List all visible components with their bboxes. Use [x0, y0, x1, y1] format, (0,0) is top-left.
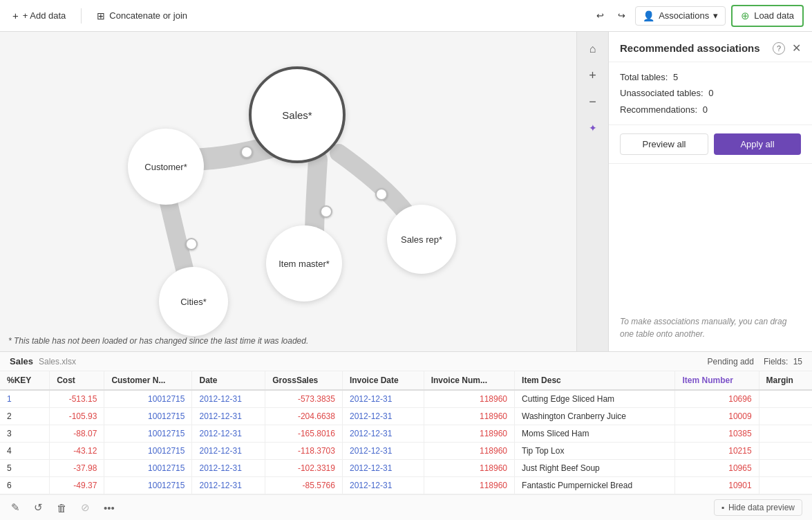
- cell-margin: [759, 425, 812, 443]
- delete-icon: 🗑: [57, 502, 67, 514]
- zoom-in-button[interactable]: +: [581, 64, 605, 87]
- node-item-master[interactable]: Item master*: [266, 225, 342, 301]
- disabled-icon: ⊘: [81, 501, 90, 513]
- table-row: 1 -513.15 10012715 2012-12-31 -573.3835 …: [0, 390, 812, 408]
- hide-preview-button[interactable]: ▪ Hide data preview: [714, 499, 802, 516]
- node-cities[interactable]: Cities*: [159, 267, 228, 336]
- refresh-icon: ↺: [34, 501, 43, 513]
- cell-key: 1: [0, 390, 50, 408]
- refresh-button[interactable]: ↺: [32, 500, 44, 515]
- col-invoice-num: Invoice Num...: [424, 371, 514, 390]
- cell-cost: -105.93: [50, 408, 104, 425]
- add-data-label: + Add data: [23, 10, 66, 21]
- associations-button[interactable]: 👤 Associations ▾: [635, 6, 726, 26]
- preview-all-label: Preview all: [643, 139, 686, 149]
- help-icon: ?: [773, 42, 785, 55]
- table-body: 1 -513.15 10012715 2012-12-31 -573.3835 …: [0, 390, 812, 494]
- delete-button[interactable]: 🗑: [55, 501, 68, 515]
- connector-dot: [185, 238, 198, 250]
- cell-invoice-num: 118960: [424, 425, 514, 443]
- cell-key: 2: [0, 408, 50, 425]
- cell-invoice-date: 2012-12-31: [342, 477, 424, 494]
- home-tool-button[interactable]: ⌂: [581, 37, 605, 61]
- cell-date: 2012-12-31: [192, 443, 265, 460]
- col-gross-sales: GrossSales: [265, 371, 343, 390]
- main-toolbar: + + Add data ⊞ Concatenate or join ↩ ↪ 👤…: [0, 0, 812, 32]
- cell-customer-n: 10012715: [104, 460, 192, 477]
- zoom-out-icon: −: [589, 95, 596, 109]
- preview-header: Sales Sales.xlsx Pending add Fields: 15: [0, 352, 812, 371]
- cell-invoice-num: 118960: [424, 443, 514, 460]
- toolbar-right: ↩ ↪ 👤 Associations ▾ ⊕ Load data: [592, 5, 804, 27]
- col-invoice-date: Invoice Date: [342, 371, 424, 390]
- cell-invoice-date: 2012-12-31: [342, 443, 424, 460]
- magic-icon: ✦: [589, 122, 597, 133]
- col-item-number: Item Number: [675, 371, 759, 390]
- table-row: 5 -37.98 10012715 2012-12-31 -102.3319 2…: [0, 460, 812, 477]
- canvas-area[interactable]: Sales* Customer* Item master* Sales rep*…: [0, 32, 608, 351]
- cell-item-number: 10009: [675, 408, 759, 425]
- load-data-icon: ⊕: [741, 10, 750, 22]
- cell-date: 2012-12-31: [192, 460, 265, 477]
- add-data-button[interactable]: + + Add data: [8, 7, 70, 24]
- more-options-button[interactable]: •••: [102, 501, 116, 515]
- cell-date: 2012-12-31: [192, 477, 265, 494]
- table-row: 2 -105.93 10012715 2012-12-31 -204.6638 …: [0, 408, 812, 425]
- node-item-master-label: Item master*: [278, 259, 330, 269]
- monitor-icon: ▪: [721, 503, 724, 512]
- zoom-in-icon: +: [589, 68, 596, 83]
- cell-margin: [759, 443, 812, 460]
- zoom-out-button[interactable]: −: [581, 90, 605, 113]
- preview-table-name: Sales: [10, 356, 33, 366]
- cell-date: 2012-12-31: [192, 408, 265, 425]
- unassociated-value: 0: [708, 88, 713, 98]
- edit-button[interactable]: ✎: [10, 500, 21, 515]
- cell-customer-n: 10012715: [104, 477, 192, 494]
- undo-icon: ↩: [596, 10, 604, 21]
- table-row: 6 -49.37 10012715 2012-12-31 -85.5766 20…: [0, 477, 812, 494]
- preview-footer: ✎ ↺ 🗑 ⊘ ••• ▪ Hide data preview: [0, 494, 812, 520]
- disabled-action-button: ⊘: [79, 500, 91, 515]
- magic-tool-button[interactable]: ✦: [581, 116, 605, 140]
- cell-invoice-num: 118960: [424, 390, 514, 408]
- cell-invoice-num: 118960: [424, 477, 514, 494]
- node-customer[interactable]: Customer*: [128, 129, 204, 205]
- cell-item-number: 10965: [675, 460, 759, 477]
- panel-actions: Preview all Apply all: [609, 125, 812, 164]
- load-data-button[interactable]: ⊕ Load data: [731, 5, 804, 27]
- redo-button[interactable]: ↪: [614, 8, 630, 24]
- node-sales[interactable]: Sales*: [249, 66, 346, 163]
- toolbar-divider: [81, 8, 82, 24]
- cell-item-number: 10696: [675, 390, 759, 408]
- footer-icons: ✎ ↺ 🗑 ⊘ •••: [10, 500, 116, 515]
- unassociated-label: Unassociated tables:: [620, 88, 704, 98]
- cell-item-desc: Cutting Edge Sliced Ham: [515, 390, 675, 408]
- cell-gross-sales: -573.3835: [265, 390, 343, 408]
- recommendations-value: 0: [703, 104, 708, 115]
- redo-icon: ↪: [618, 10, 625, 21]
- data-preview: Sales Sales.xlsx Pending add Fields: 15 …: [0, 351, 812, 520]
- add-icon: +: [12, 10, 19, 21]
- main-area: Sales* Customer* Item master* Sales rep*…: [0, 32, 812, 351]
- concatenate-join-button[interactable]: ⊞ Concatenate or join: [93, 8, 191, 24]
- apply-all-button[interactable]: Apply all: [714, 133, 801, 155]
- cell-margin: [759, 390, 812, 408]
- cell-gross-sales: -102.3319: [265, 460, 343, 477]
- col-key: %KEY: [0, 371, 50, 390]
- total-tables-row: Total tables: 5: [620, 69, 801, 85]
- associations-label: Associations: [659, 10, 709, 21]
- panel-title: Recommended associations: [620, 42, 760, 54]
- cell-date: 2012-12-31: [192, 390, 265, 408]
- cell-item-desc: Washington Cranberry Juice: [515, 408, 675, 425]
- undo-button[interactable]: ↩: [592, 8, 608, 24]
- preview-all-button[interactable]: Preview all: [620, 133, 708, 155]
- cell-item-number: 10901: [675, 477, 759, 494]
- cell-cost: -49.37: [50, 477, 104, 494]
- col-margin: Margin: [759, 371, 812, 390]
- panel-stats: Total tables: 5 Unassociated tables: 0 R…: [609, 62, 812, 125]
- graph-container: Sales* Customer* Item master* Sales rep*…: [0, 32, 576, 351]
- panel-close-button[interactable]: ✕: [792, 41, 801, 55]
- node-sales-rep[interactable]: Sales rep*: [387, 205, 456, 274]
- panel-help-button[interactable]: ?: [773, 41, 785, 55]
- cell-gross-sales: -204.6638: [265, 408, 343, 425]
